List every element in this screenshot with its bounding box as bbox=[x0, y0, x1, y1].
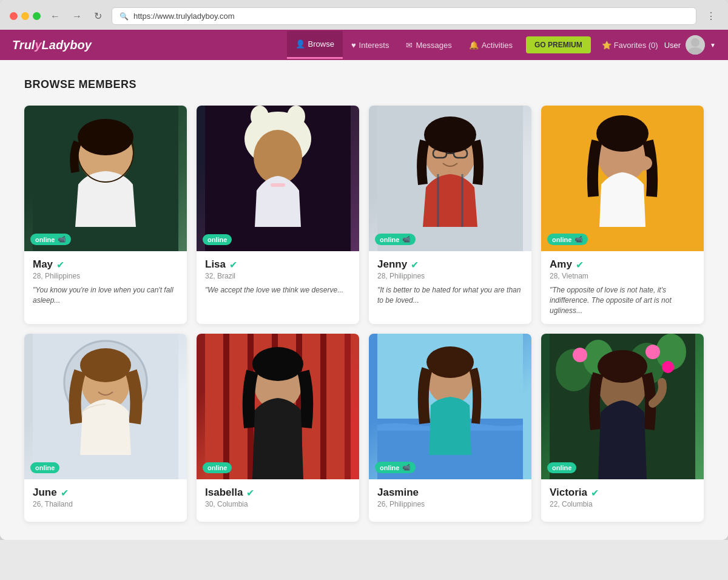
online-badge-amy: online 📹 bbox=[547, 234, 588, 245]
svg-rect-36 bbox=[326, 334, 345, 479]
nav-item-messages[interactable]: ✉ Messages bbox=[397, 32, 460, 58]
nav-link-activities[interactable]: 🔔 Activities bbox=[460, 32, 521, 58]
member-card-jenny[interactable]: online 📹 Jenny ✔ 28, Philippines "It is … bbox=[369, 106, 531, 324]
member-name-row-amy: Amy ✔ bbox=[550, 258, 695, 271]
verified-icon-isabella: ✔ bbox=[246, 487, 254, 499]
nav-item-browse[interactable]: 👤 Browse bbox=[287, 31, 343, 59]
nav-item-interests[interactable]: ♥ Interests bbox=[343, 32, 398, 58]
member-photo-jasmine: online 📹 bbox=[369, 334, 531, 479]
page-title: BROWSE MEMBERS bbox=[24, 78, 704, 91]
svg-point-10 bbox=[251, 106, 269, 127]
svg-point-55 bbox=[662, 361, 674, 373]
member-photo-lisa: online bbox=[197, 106, 359, 251]
messages-label: Messages bbox=[416, 41, 451, 50]
nav-link-messages[interactable]: ✉ Messages bbox=[397, 32, 460, 58]
svg-point-43 bbox=[252, 347, 303, 381]
svg-point-1 bbox=[688, 47, 703, 55]
activities-icon: 🔔 bbox=[469, 41, 479, 50]
member-name-row-jasmine: Jasmine bbox=[377, 487, 523, 499]
svg-point-0 bbox=[691, 38, 699, 47]
online-text-jasmine: online bbox=[380, 464, 399, 471]
member-name-row-jenny: Jenny ✔ bbox=[377, 258, 523, 271]
favorites-label: Favorites (0) bbox=[614, 41, 658, 50]
verified-icon-jenny: ✔ bbox=[411, 259, 419, 271]
member-meta-amy: 28, Vietnam bbox=[550, 272, 695, 280]
member-photo-may: online 📹 bbox=[24, 106, 187, 251]
address-bar[interactable]: 🔍 https://www.trulyladyboy.com bbox=[112, 7, 696, 25]
member-meta-lisa: 32, Brazil bbox=[205, 272, 351, 280]
user-label: User bbox=[664, 41, 681, 50]
member-quote-may: "You know you're in love when you can't … bbox=[33, 285, 178, 306]
svg-point-24 bbox=[635, 156, 652, 170]
member-meta-isabella: 30, Columbia bbox=[205, 500, 351, 508]
online-text-may: online bbox=[35, 236, 55, 243]
online-badge-lisa: online bbox=[203, 234, 232, 245]
member-name-jasmine: Jasmine bbox=[377, 487, 419, 499]
forward-button[interactable]: → bbox=[70, 8, 84, 24]
member-name-amy: Amy bbox=[550, 258, 572, 271]
member-photo-isabella: online bbox=[197, 334, 359, 479]
minimize-button[interactable] bbox=[21, 12, 29, 20]
site-navbar: TrulyLadyboy 👤 Browse ♥ Interests ✉ Mess… bbox=[0, 30, 728, 60]
avatar bbox=[686, 35, 705, 55]
back-button[interactable]: ← bbox=[48, 8, 62, 24]
member-info-jenny: Jenny ✔ 28, Philippines "It is better to… bbox=[369, 251, 531, 314]
browser-menu-button[interactable]: ⋮ bbox=[704, 8, 718, 24]
svg-rect-31 bbox=[205, 334, 223, 479]
member-photo-jenny: online 📹 bbox=[369, 106, 531, 251]
svg-rect-41 bbox=[320, 334, 326, 479]
member-card-lisa[interactable]: online Lisa ✔ 32, Brazil "We accept the … bbox=[197, 106, 359, 324]
member-meta-may: 28, Philippines bbox=[33, 272, 178, 280]
member-card-jasmine[interactable]: online 📹 Jasmine 26, Philippines bbox=[369, 334, 531, 522]
close-button[interactable] bbox=[10, 12, 18, 20]
member-name-isabella: Isabella bbox=[205, 487, 243, 499]
online-badge-jenny: online 📹 bbox=[375, 234, 416, 245]
svg-rect-12 bbox=[271, 183, 285, 187]
verified-icon-victoria: ✔ bbox=[591, 487, 599, 499]
search-icon: 🔍 bbox=[120, 12, 129, 21]
svg-point-29 bbox=[80, 348, 131, 382]
online-badge-may: online 📹 bbox=[30, 234, 71, 245]
member-card-victoria[interactable]: online Victoria ✔ 22, Columbia bbox=[541, 334, 704, 522]
member-photo-june: online bbox=[24, 334, 187, 479]
member-name-row-lisa: Lisa ✔ bbox=[205, 258, 351, 271]
nav-link-browse[interactable]: 👤 Browse bbox=[287, 31, 343, 59]
nav-item-activities[interactable]: 🔔 Activities bbox=[460, 32, 521, 58]
online-text-jenny: online bbox=[380, 236, 399, 243]
interests-label: Interests bbox=[359, 41, 389, 50]
member-name-row-may: May ✔ bbox=[33, 258, 178, 271]
online-badge-isabella: online bbox=[203, 462, 232, 473]
favorites-icon: ⭐ bbox=[602, 41, 612, 50]
member-name-jenny: Jenny bbox=[377, 258, 407, 271]
page-content: BROWSE MEMBERS bbox=[0, 60, 728, 540]
maximize-button[interactable] bbox=[33, 12, 41, 20]
site-logo[interactable]: TrulyLadyboy bbox=[12, 38, 92, 52]
svg-point-11 bbox=[287, 106, 305, 127]
go-premium-button[interactable]: GO PREMIUM bbox=[526, 36, 591, 53]
member-info-amy: Amy ✔ 28, Vietnam "The opposite of love … bbox=[541, 251, 704, 324]
nav-link-interests[interactable]: ♥ Interests bbox=[343, 32, 398, 58]
online-text-amy: online bbox=[552, 236, 571, 243]
member-card-june[interactable]: online June ✔ 26, Thailand bbox=[24, 334, 187, 522]
member-info-victoria: Victoria ✔ 22, Columbia bbox=[541, 479, 704, 522]
nav-links: 👤 Browse ♥ Interests ✉ Messages 🔔 bbox=[287, 31, 521, 59]
online-text-victoria: online bbox=[552, 464, 571, 471]
refresh-button[interactable]: ↻ bbox=[92, 8, 104, 24]
user-dropdown-icon: ▼ bbox=[710, 42, 716, 49]
verified-icon-lisa: ✔ bbox=[229, 259, 237, 271]
url-display: https://www.trulyladyboy.com bbox=[133, 12, 235, 21]
interests-icon: ♥ bbox=[351, 41, 356, 50]
user-area[interactable]: User ▼ bbox=[664, 35, 716, 55]
member-card-isabella[interactable]: online Isabella ✔ 30, Columbia bbox=[197, 334, 359, 522]
member-quote-jenny: "It is better to be hated for what you a… bbox=[377, 285, 523, 306]
favorites-link[interactable]: ⭐ Favorites (0) bbox=[596, 32, 664, 58]
member-name-may: May bbox=[33, 258, 53, 271]
browser-window: ← → ↻ 🔍 https://www.trulyladyboy.com ⋮ T… bbox=[0, 0, 728, 540]
video-icon-jasmine: 📹 bbox=[402, 464, 411, 471]
svg-point-47 bbox=[426, 346, 474, 378]
member-name-row-isabella: Isabella ✔ bbox=[205, 487, 351, 499]
member-card-amy[interactable]: online 📹 Amy ✔ 28, Vietnam "The opposite… bbox=[541, 106, 704, 324]
member-card-may[interactable]: online 📹 May ✔ 28, Philippines "You know… bbox=[24, 106, 187, 324]
members-grid: online 📹 May ✔ 28, Philippines "You know… bbox=[24, 106, 704, 522]
traffic-lights bbox=[10, 12, 41, 20]
